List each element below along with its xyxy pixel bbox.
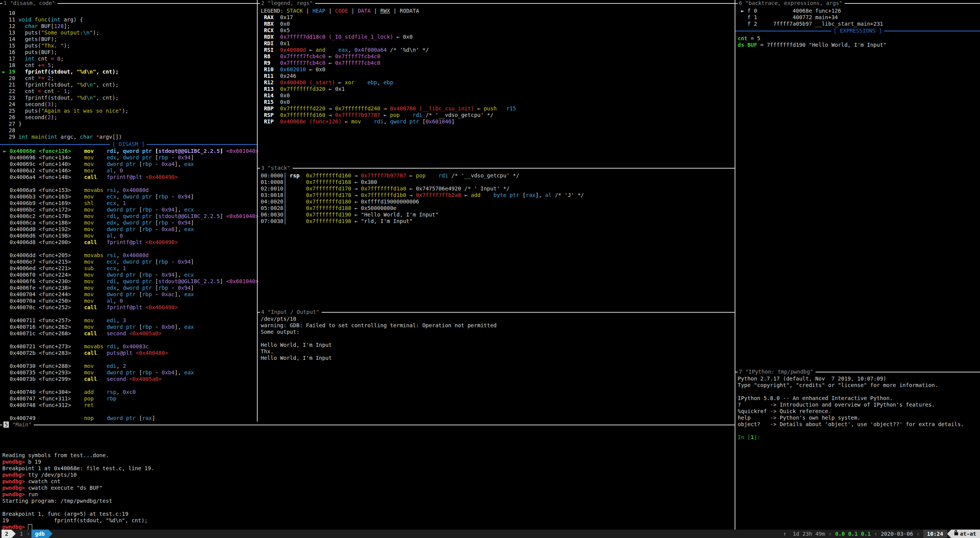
terminal-line: 0x4006a4 <func+148> call fprintf@plt <0x… <box>0 174 257 180</box>
terminal-line: f 2 7ffff7a05b97 __libc_start_main+231 <box>738 21 978 27</box>
terminal-line: 28 <box>2 127 255 134</box>
border-rule <box>315 3 735 4</box>
terminal-line: f 1 400772 main+34 <box>738 14 978 21</box>
stack-pane[interactable]: 00:0000│ rsp 0x7fffffffd160 → 0x7ffff7b9… <box>261 172 732 225</box>
terminal-line: R9 0x7ffff7fcb4c0 ← 0x7ffff7fcb4c0 <box>261 60 732 66</box>
terminal-line: 0x4006d0 <func+192> mov dword ptr [rbp -… <box>0 226 257 233</box>
tmux-session-badge[interactable]: 2 <box>2 530 12 538</box>
separator-rule <box>884 31 980 31</box>
terminal-line <box>0 311 257 317</box>
terminal-line: 19 fprintf(stdout, "%d\n", cnt); <box>2 517 731 524</box>
pane-divider-vertical-left[interactable] <box>257 0 258 422</box>
pane-title-ipython: 7 "IPython: tmp/pwndbg" <box>738 369 816 375</box>
terminal-line <box>738 389 978 395</box>
expressions-separator-label: [ EXPRESSIONS ] <box>831 28 884 34</box>
tmux-window-tab-gdb[interactable]: gdb <box>31 530 48 538</box>
status-left: 2 1 › gdb <box>0 530 53 538</box>
terminal-line <box>738 428 978 434</box>
terminal-line: 0x4006bc <func+172> mov dword ptr [rbp -… <box>0 207 257 213</box>
terminal-line <box>0 180 257 187</box>
terminal-line: 0x400749 nop dword ptr [rax] <box>0 415 257 422</box>
terminal-line: 0x40073b <func+299> call second <0x4005a… <box>0 376 257 382</box>
pane-title-disasm-code: 1 "disasm, code" <box>2 0 58 7</box>
terminal-line: 10 <box>2 10 255 16</box>
program-io-pane[interactable]: /dev/pts/10warning: GDB: Failed to set c… <box>261 316 732 361</box>
load-average: 0.0 0.1 0.1 <box>835 531 871 537</box>
terminal-line: R11 0x246 <box>261 73 732 79</box>
terminal-line: 0x40070c <func+252> call fprintf@plt <0x… <box>0 304 257 311</box>
hostname-badge: at-at <box>951 530 980 538</box>
pane-border-ipython: 7 "IPython: tmp/pwndbg" <box>735 369 980 375</box>
terminal-line: Breakpoint 1, func (arg=5) at test.c:19 <box>2 511 731 517</box>
terminal-line: 0x4006f6 <func+230> mov rdi, qword ptr [… <box>0 278 257 285</box>
tmux-window-index[interactable]: 1 <box>16 530 25 538</box>
pane-border-backtrace: 6 "backtrace, expressions, args" <box>735 0 980 7</box>
terminal-line: warning: GDB: Failed to set controlling … <box>261 322 732 329</box>
terminal-line: ► f 0 40068e func+126 <box>738 8 978 14</box>
terminal-line: 20 cnt *= 2; <box>2 75 255 82</box>
terminal-line <box>261 335 732 342</box>
pane-border-legend-regs: 2 "legend, regs" <box>258 0 735 7</box>
source-code-pane[interactable]: 10 11 void func(int arg) { 12 char BUF[1… <box>2 10 255 140</box>
pane-number: 6 <box>739 0 742 6</box>
tmux-terminal-screen: 1 "disasm, code" 10 11 void func(int arg… <box>0 0 980 538</box>
ipython-pane[interactable]: Python 2.7.17 (default, Nov 7 2019, 10:0… <box>738 376 978 441</box>
status-clock: 10:24 <box>923 530 947 538</box>
terminal-line: R8 0x7ffff7fcb4c0 ← 0x7ffff7fcb4c0 <box>261 53 732 60</box>
terminal-line <box>2 446 731 452</box>
pane-title-io: 4 "Input / Output" <box>260 309 322 315</box>
terminal-line: RDI 0x1 <box>261 40 732 47</box>
terminal-line: R10 0x602010 ← 0x0 <box>261 66 732 73</box>
terminal-line: RSI 0x40080d ← and eax, 0x4f000a64 /* '%… <box>261 47 732 53</box>
terminal-line: pwndbg> cwatch cnt <box>2 478 731 485</box>
terminal-line: 0x4006c2 <func+178> mov rdi, qword ptr [… <box>0 213 257 220</box>
status-right: ↑ 1d 23h 49m ‹ 0.0 0.1 0.1 ‹ 2020-03-06 … <box>783 530 980 538</box>
pane-number: 3 <box>261 165 264 171</box>
backtrace-pane[interactable]: ► f 0 40068e func+126 f 1 400772 main+34… <box>738 8 978 27</box>
chevron-left-icon: ‹ <box>871 531 881 537</box>
registers-pane[interactable]: LEGEND: STACK | HEAP | CODE | DATA | RWX… <box>261 8 732 125</box>
terminal-line: 0x400740 <func+304> add rsp, 0xc0 <box>0 389 257 395</box>
expressions-pane[interactable]: cnt = 5ds BUF = 7fffffffd190 "Hello Worl… <box>738 35 978 48</box>
terminal-line: pwndbg> cwatch execute "ds BUF" <box>2 485 731 491</box>
terminal-line: 0x400730 <func+288> mov edi, 2 <box>0 363 257 369</box>
terminal-line: 13 puts("Some output:\n"); <box>2 30 255 36</box>
pane-title-text: "IPython: tmp/pwndbg" <box>745 369 813 375</box>
terminal-line: 0x4006dd <func+205> movabs rsi, 0x40080d <box>0 252 257 259</box>
terminal-line: 18 cnt += 5; <box>2 62 255 69</box>
uptime-value: 1d 23h 49m <box>793 531 825 537</box>
terminal-line <box>0 382 257 389</box>
terminal-line: 0x4006a9 <func+153> movabs rsi, 0x40080d <box>0 187 257 194</box>
tmux-status-bar: 2 1 › gdb ↑ 1d 23h 49m ‹ 0.0 0.1 0.1 ‹ 2… <box>0 530 980 538</box>
terminal-line: 0x400735 <func+293> mov dword ptr [rbp -… <box>0 369 257 376</box>
terminal-line: pwndbg> tty /dev/pts/10 <box>2 472 731 478</box>
terminal-line: 0x4006ed <func+221> sub ecx, 1 <box>0 265 257 272</box>
separator-rule <box>735 31 831 31</box>
terminal-line: 05:0028│ 0x7fffffffd188 ← 0x50000000e <box>261 205 732 212</box>
terminal-line: 0x400696 <func+134> mov edx, dword ptr [… <box>0 154 257 161</box>
terminal-line: 01:0008│ 0x7fffffffd168 ← 0x380 <box>261 179 732 185</box>
border-rule <box>34 425 735 425</box>
terminal-line <box>2 433 731 439</box>
status-date: 2020-03-06 <box>881 531 913 537</box>
separator-rule <box>147 144 257 145</box>
pane-title-text: "disasm, code" <box>10 0 55 6</box>
terminal-line: 06:0030│ 0x7fffffffd190 ← "Hello World, … <box>261 212 732 218</box>
disassembly-pane[interactable]: ► 0x40068e <func+126> mov rdi, qword ptr… <box>0 148 257 422</box>
separator-rule <box>0 144 110 145</box>
terminal-line: 0x4006ca <func+186> mov edx, dword ptr [… <box>0 220 257 226</box>
pane-number: 2 <box>261 0 264 6</box>
pane-divider-vertical-right[interactable] <box>735 0 735 530</box>
pane-number: 4 <box>261 309 264 315</box>
terminal-line: 0x400716 <func+262> mov dword ptr [rbp -… <box>0 324 257 330</box>
pane-title-text: "Input / Output" <box>268 309 319 315</box>
terminal-line: 07:0038│ 0x7fffffffd198 ← "rld, I'm Inpu… <box>261 218 732 225</box>
terminal-line <box>0 246 257 252</box>
border-rule <box>322 312 735 313</box>
terminal-line: cnt = 5 <box>738 35 978 42</box>
terminal-line: 00:0000│ rsp 0x7fffffffd160 → 0x7ffff7b9… <box>261 172 732 179</box>
terminal-line <box>0 337 257 343</box>
terminal-line: R12 0x4004b0 (_start) ← xor ebp, ebp <box>261 79 732 86</box>
gdb-console-pane[interactable]: Reading symbols from test...done.pwndbg>… <box>2 426 731 530</box>
terminal-line: 22 cnt = cnt - 1; <box>2 88 255 95</box>
